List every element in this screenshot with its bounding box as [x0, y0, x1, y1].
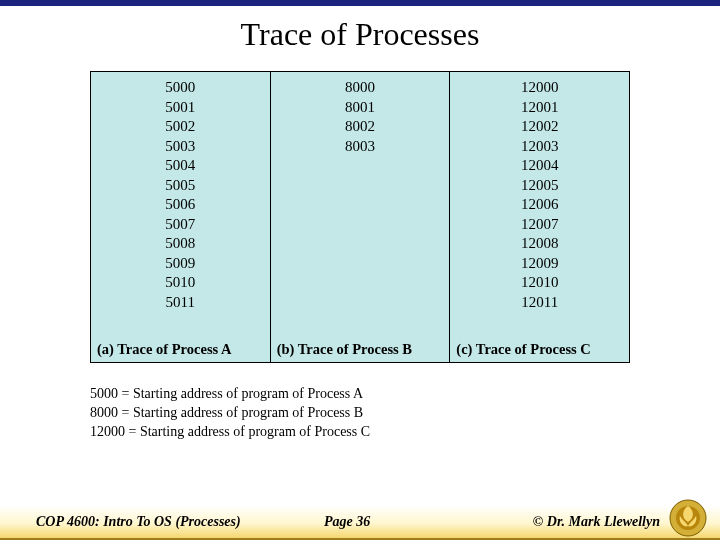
trace-value: 12009 — [521, 254, 559, 274]
legend-line: 8000 = Starting address of program of Pr… — [90, 404, 720, 423]
trace-value: 12008 — [521, 234, 559, 254]
trace-value: 5001 — [165, 98, 195, 118]
trace-column-b-label: (b) Trace of Process B — [271, 337, 450, 362]
trace-column-b-body: 8000 8001 8002 8003 — [271, 72, 450, 337]
trace-value: 8000 — [345, 78, 375, 98]
trace-value: 12000 — [521, 78, 559, 98]
legend-line: 5000 = Starting address of program of Pr… — [90, 385, 720, 404]
trace-value: 5007 — [165, 215, 195, 235]
trace-column-a-body: 5000 5001 5002 5003 5004 5005 5006 5007 … — [91, 72, 270, 337]
trace-value: 12001 — [521, 98, 559, 118]
trace-value: 5008 — [165, 234, 195, 254]
trace-value: 12007 — [521, 215, 559, 235]
legend: 5000 = Starting address of program of Pr… — [90, 385, 720, 442]
trace-value: 5010 — [165, 273, 195, 293]
footer-author: © Dr. Mark Llewellyn — [533, 514, 660, 530]
trace-value: 5004 — [165, 156, 195, 176]
trace-value: 8003 — [345, 137, 375, 157]
footer-course: COP 4600: Intro To OS (Processes) — [36, 514, 241, 530]
trace-value: 5011 — [166, 293, 195, 313]
trace-column-b: 8000 8001 8002 8003 (b) Trace of Process… — [271, 72, 451, 362]
trace-value: 5009 — [165, 254, 195, 274]
trace-value: 12006 — [521, 195, 559, 215]
footer-content: COP 4600: Intro To OS (Processes) Page 3… — [0, 504, 720, 540]
trace-column-a: 5000 5001 5002 5003 5004 5005 5006 5007 … — [91, 72, 271, 362]
trace-value: 5000 — [165, 78, 195, 98]
legend-line: 12000 = Starting address of program of P… — [90, 423, 720, 442]
top-accent-bar — [0, 0, 720, 6]
trace-column-c-label: (c) Trace of Process C — [450, 337, 629, 362]
trace-value: 12010 — [521, 273, 559, 293]
trace-column-a-label: (a) Trace of Process A — [91, 337, 270, 362]
trace-value: 5006 — [165, 195, 195, 215]
trace-column-c: 12000 12001 12002 12003 12004 12005 1200… — [450, 72, 629, 362]
trace-table: 5000 5001 5002 5003 5004 5005 5006 5007 … — [90, 71, 630, 363]
trace-value: 12005 — [521, 176, 559, 196]
trace-value: 12011 — [521, 293, 558, 313]
trace-value: 12004 — [521, 156, 559, 176]
trace-column-c-body: 12000 12001 12002 12003 12004 12005 1200… — [450, 72, 629, 337]
slide-title: Trace of Processes — [0, 16, 720, 53]
trace-value: 8002 — [345, 117, 375, 137]
trace-value: 8001 — [345, 98, 375, 118]
trace-value: 5003 — [165, 137, 195, 157]
slide-footer: COP 4600: Intro To OS (Processes) Page 3… — [0, 504, 720, 540]
ucf-logo-icon — [668, 498, 708, 538]
trace-value: 12003 — [521, 137, 559, 157]
trace-value: 5005 — [165, 176, 195, 196]
trace-value: 5002 — [165, 117, 195, 137]
footer-page: Page 36 — [324, 514, 370, 530]
trace-value: 12002 — [521, 117, 559, 137]
